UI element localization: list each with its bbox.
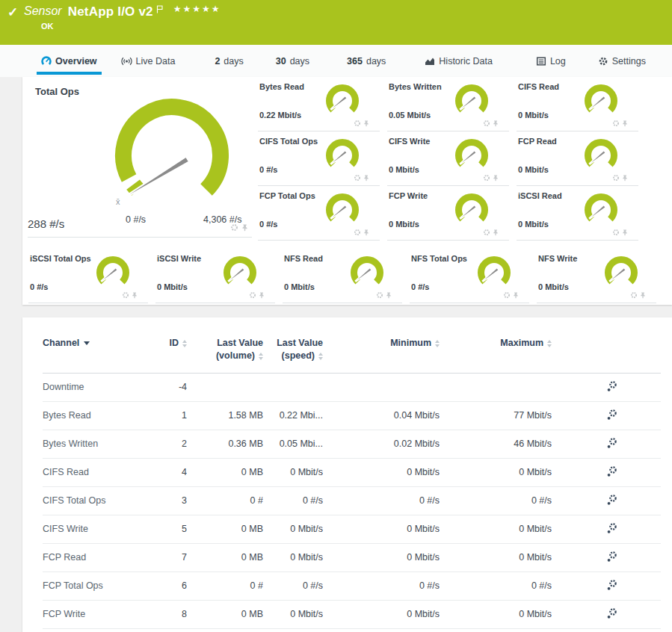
gauge-pin-icon[interactable]	[513, 291, 519, 300]
gauge-settings-icon[interactable]	[612, 120, 620, 128]
gauge-settings-icon[interactable]	[249, 291, 256, 300]
gauge-pin-icon[interactable]	[493, 120, 499, 128]
gauge-dial	[581, 84, 621, 121]
gauge-pin-icon[interactable]	[493, 174, 499, 182]
sort-toggle-icon[interactable]	[547, 340, 552, 347]
cell-last-speed: 0 Mbit/s	[263, 600, 323, 628]
channel-settings-icon[interactable]	[606, 494, 617, 506]
flag-icon[interactable]	[156, 3, 163, 16]
gauge-tile-fcp-total-ops[interactable]: FCP Total Ops 0 #/s	[258, 186, 387, 241]
gauge-tile-fcp-read[interactable]: FCP Read 0 Mbit/s	[517, 131, 646, 186]
gauge-settings-icon[interactable]	[483, 174, 490, 182]
cell-id: 3	[140, 486, 187, 515]
gauge-settings-icon[interactable]	[612, 229, 620, 237]
sort-toggle-icon[interactable]	[435, 340, 440, 347]
gauge-settings-icon[interactable]	[612, 174, 620, 182]
sort-toggle-icon[interactable]	[318, 353, 323, 360]
channel-settings-icon[interactable]	[606, 380, 617, 392]
table-row[interactable]: CIFS Read 4 0 MB 0 Mbit/s 0 Mbit/s 0 Mbi…	[43, 458, 661, 486]
table-row[interactable]: iSCSI Read 10 0 MB 0 Mbit/s 0 Mbit/s 0 M…	[43, 628, 661, 632]
table-row[interactable]: Bytes Written 2 0.36 MB 0.05 Mbi... 0.02…	[43, 430, 661, 458]
table-row[interactable]: CIFS Write 5 0 MB 0 Mbit/s 0 Mbit/s 0 Mb…	[43, 515, 661, 543]
sort-toggle-icon[interactable]	[182, 340, 187, 347]
gauge-tile-iscsi-read[interactable]: iSCSI Read 0 Mbit/s	[517, 186, 646, 241]
cell-maximum: 77 Mbit/s	[440, 401, 552, 430]
gauge-settings-icon[interactable]	[630, 291, 638, 300]
tab-settings[interactable]: Settings	[598, 45, 646, 77]
gauge-tile-cifs-write[interactable]: CIFS Write 0 Mbit/s	[387, 131, 517, 186]
gauge-settings-icon[interactable]	[230, 223, 238, 232]
table-row[interactable]: FCP Read 7 0 MB 0 Mbit/s 0 Mbit/s 0 Mbit…	[43, 543, 661, 571]
tab-live-data[interactable]: Live Data	[121, 45, 176, 77]
gauge-pin-icon[interactable]	[363, 174, 369, 182]
gauge-tile-iscsi-write[interactable]: iSCSI Write 0 Mbit/s	[155, 249, 283, 303]
gauge-pin-icon[interactable]	[386, 291, 392, 300]
gauge-pin-icon[interactable]	[132, 291, 138, 300]
tab-overview[interactable]: Overview	[41, 45, 97, 77]
gauge-title: FCP Read	[518, 137, 557, 146]
gauge-settings-icon[interactable]	[483, 120, 490, 128]
gauge-tile-iscsi-total-ops[interactable]: iSCSI Total Ops 0 #/s	[28, 249, 155, 303]
gauge-tile-fcp-write[interactable]: FCP Write 0 Mbit/s	[387, 186, 517, 241]
column-header-minimum[interactable]: Minimum	[323, 317, 440, 373]
main-gauge-tile[interactable]: Total Ops x̄ 288 #/s 0 #/s 4,306 #/s	[22, 77, 254, 243]
gauge-settings-icon[interactable]	[483, 229, 490, 237]
tab-historic-data[interactable]: Historic Data	[425, 45, 493, 77]
tab-days[interactable]: 30 days	[276, 45, 309, 77]
tab-days[interactable]: 2 days	[215, 45, 243, 77]
cell-last-volume: 0 #	[187, 486, 263, 515]
column-header-last-value[interactable]: Last Value(volume)	[187, 317, 263, 373]
gauge-pin-icon[interactable]	[493, 229, 499, 237]
gauge-tile-bytes-written[interactable]: Bytes Written 0.05 Mbit/s	[387, 77, 517, 131]
cell-minimum: 0 #/s	[323, 486, 440, 515]
gauge-pin-icon[interactable]	[622, 174, 628, 182]
gauge-tile-nfs-read[interactable]: NFS Read 0 Mbit/s	[283, 249, 410, 303]
gauge-settings-icon[interactable]	[354, 120, 361, 128]
table-row[interactable]: Bytes Read 1 1.58 MB 0.22 Mbi... 0.04 Mb…	[43, 401, 661, 430]
gauge-tile-cifs-total-ops[interactable]: CIFS Total Ops 0 #/s	[258, 131, 387, 186]
column-header-channel[interactable]: Channel	[43, 317, 140, 373]
gauge-tile-nfs-write[interactable]: NFS Write 0 Mbit/s	[537, 249, 664, 303]
gauge-pin-icon[interactable]	[363, 120, 369, 128]
table-row[interactable]: FCP Total Ops 6 0 # 0 #/s 0 #/s 0 #/s	[43, 571, 661, 600]
priority-stars[interactable]: ★★★★★	[173, 4, 221, 14]
gauge-tile-cifs-read[interactable]: CIFS Read 0 Mbit/s	[517, 77, 646, 131]
gauge-pin-icon[interactable]	[259, 291, 265, 300]
table-row[interactable]: CIFS Total Ops 3 0 # 0 #/s 0 #/s 0 #/s	[43, 486, 661, 515]
gauge-title: NFS Total Ops	[411, 254, 467, 263]
tab-label: Log	[550, 56, 566, 66]
column-header-maximum[interactable]: Maximum	[440, 317, 552, 373]
gauge-tile-bytes-read[interactable]: Bytes Read 0.22 Mbit/s	[258, 77, 387, 131]
gauge-settings-icon[interactable]	[376, 291, 383, 300]
tab-days[interactable]: 365 days	[347, 45, 386, 77]
column-header-id[interactable]: ID	[140, 317, 187, 373]
gauge-pin-icon[interactable]	[241, 223, 248, 232]
gauge-tile-nfs-total-ops[interactable]: NFS Total Ops 0 #/s	[410, 249, 537, 303]
cell-channel: FCP Write	[43, 600, 140, 628]
cell-maximum: 0 Mbit/s	[440, 458, 552, 486]
gauge-pin-icon[interactable]	[622, 229, 628, 237]
column-header-last-value[interactable]: Last Value(speed)	[263, 317, 323, 373]
sort-desc-icon[interactable]	[84, 341, 90, 345]
cell-maximum: 0 Mbit/s	[440, 543, 552, 571]
channel-settings-icon[interactable]	[606, 437, 617, 449]
gauge-settings-icon[interactable]	[122, 291, 129, 300]
channel-settings-icon[interactable]	[606, 579, 617, 591]
gauge-settings-icon[interactable]	[503, 291, 511, 300]
channel-settings-icon[interactable]	[606, 465, 617, 477]
gauge-pin-icon[interactable]	[640, 291, 646, 300]
channel-settings-icon[interactable]	[606, 522, 617, 534]
table-row[interactable]: Downtime -4	[43, 373, 661, 401]
cell-last-volume: 0 MB	[187, 543, 263, 571]
channel-settings-icon[interactable]	[606, 607, 617, 619]
gauge-pin-icon[interactable]	[363, 229, 369, 237]
channel-settings-icon[interactable]	[606, 551, 617, 563]
tab-log[interactable]: Log	[536, 45, 566, 77]
table-row[interactable]: FCP Write 8 0 MB 0 Mbit/s 0 Mbit/s 0 Mbi…	[43, 600, 661, 628]
sort-toggle-icon[interactable]	[259, 353, 263, 360]
gauge-value: 0 #/s	[30, 282, 48, 291]
gauge-settings-icon[interactable]	[354, 174, 361, 182]
channel-settings-icon[interactable]	[606, 409, 617, 421]
gauge-pin-icon[interactable]	[622, 120, 628, 128]
gauge-settings-icon[interactable]	[354, 229, 361, 237]
